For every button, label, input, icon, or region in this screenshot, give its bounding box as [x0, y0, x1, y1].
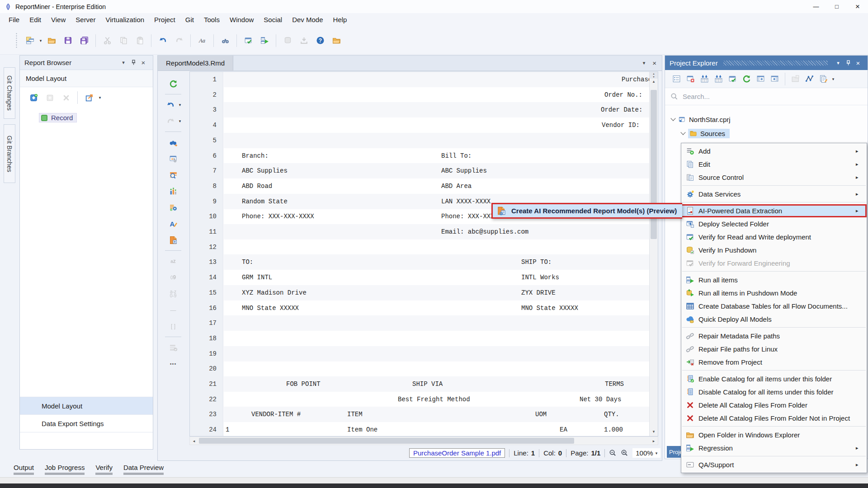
bottom-tab-data-preview[interactable]: Data Preview	[123, 462, 164, 475]
help-button[interactable]: ?	[313, 33, 327, 48]
menu-edit[interactable]: Edit	[24, 13, 46, 27]
search-box[interactable]: Search...	[665, 88, 868, 105]
panel-menu-icon[interactable]: ▾	[118, 60, 128, 66]
document-line[interactable]: GRM INTLINTL Works	[224, 270, 649, 285]
dropdown-caret-icon[interactable]: ▾	[97, 95, 103, 100]
menu-file[interactable]: File	[4, 13, 24, 27]
panel-right-button[interactable]	[768, 72, 781, 85]
scroll-down-icon[interactable]: ▾	[650, 429, 658, 436]
properties-button[interactable]	[670, 72, 683, 85]
tree-item-project[interactable]: NorthStar.cprj	[665, 113, 868, 126]
ai-recommended-model-flyout[interactable]: Create AI Recommended Report Model(s) (P…	[491, 203, 682, 219]
export-button[interactable]	[82, 90, 96, 105]
run-button[interactable]	[257, 33, 272, 48]
dropdown-caret-icon[interactable]: ▾	[177, 103, 183, 107]
document-line[interactable]: XYZ Madison DriveZYX DRIVE	[224, 285, 649, 300]
scroll-right-icon[interactable]: ▸	[651, 437, 657, 445]
close-icon[interactable]: ×	[853, 59, 863, 67]
menu-help[interactable]: Help	[328, 13, 352, 27]
maximize-button[interactable]: □	[826, 0, 847, 13]
document-line[interactable]: TO:SHIP TO:	[224, 254, 649, 270]
chevron-down-icon[interactable]	[670, 116, 675, 121]
chevron-down-icon[interactable]	[680, 130, 685, 135]
menu-virtualization[interactable]: Virtualization	[100, 13, 149, 27]
save-button[interactable]	[61, 33, 75, 48]
pin-icon[interactable]	[128, 59, 138, 66]
report-text-content[interactable]: PurchaseOrder No.:Order Date:Vendor ID:B…	[224, 72, 649, 436]
stats-button[interactable]	[166, 184, 180, 198]
tree-item-record[interactable]: Record	[20, 112, 153, 124]
menu-item-delete-all-catalog-files-from-folder-not-in-project[interactable]: Delete All Catalog Files From Folder Not…	[681, 412, 867, 425]
menu-server[interactable]: Server	[71, 13, 100, 27]
report-editor[interactable]: 123456789101112131415161718192021222324 …	[189, 71, 658, 436]
font-edit-button[interactable]: A	[166, 217, 180, 230]
document-line[interactable]: ABC SuppliesABC Supplies	[224, 163, 649, 178]
tab-reportmodel3[interactable]: ReportModel3.Rmd	[158, 56, 233, 70]
document-line[interactable]: ABD RoadABD Area	[224, 178, 649, 194]
horizontal-scrollbar[interactable]: ◂ ▸	[189, 436, 658, 445]
tab-close-icon[interactable]: ×	[652, 59, 656, 67]
menu-item-delete-all-catalog-files-from-folder[interactable]: Delete All Catalog Files From Folder	[681, 399, 867, 412]
add-cols-button[interactable]	[698, 72, 711, 85]
splitter-handle[interactable]: ▴▾	[650, 72, 658, 79]
zoom-in-icon[interactable]	[621, 449, 628, 457]
menu-dev-mode[interactable]: Dev Mode	[287, 13, 328, 27]
menu-item-enable-catalog-for-all-items-under-this-folder[interactable]: Enable Catalog for all items under this …	[681, 372, 867, 385]
menu-social[interactable]: Social	[259, 13, 287, 27]
menu-item-verify-for-read-and-write-deployment[interactable]: Verify for Read and Write deployment	[681, 230, 867, 244]
vertical-scrollbar[interactable]: ▴▾ ▴ ▾	[649, 72, 658, 436]
bottom-tab-verify[interactable]: Verify	[95, 462, 113, 475]
document-line[interactable]: VENDOR-ITEM #ITEMUOMQTY.	[224, 407, 649, 422]
menu-item-run-all-items-in-pushdown-mode[interactable]: Run all items in Pushdown Mode	[681, 286, 867, 300]
menu-item-qa-support[interactable]: QA/Support▸	[681, 458, 867, 471]
document-line[interactable]	[224, 315, 649, 331]
more-button[interactable]: •••	[166, 357, 180, 371]
scroll-up-icon[interactable]: ▴	[650, 79, 658, 86]
find-next-button[interactable]	[166, 136, 180, 149]
rb-tab-data-export-settings[interactable]: Data Export Settings	[20, 414, 153, 432]
document-line[interactable]: Order Date:	[224, 102, 649, 117]
document-line[interactable]	[224, 239, 649, 255]
save-all-button[interactable]	[77, 33, 91, 48]
document-line[interactable]: FOB POINTSHIP VIATERMS	[224, 376, 649, 392]
menu-git[interactable]: Git	[180, 13, 199, 27]
zoom-level-dropdown[interactable]: 100%▾	[632, 448, 660, 458]
zoom-out-icon[interactable]	[609, 449, 617, 457]
ai-doc-button[interactable]	[166, 233, 180, 247]
refresh-button[interactable]	[166, 77, 180, 90]
undo-button[interactable]	[156, 33, 170, 48]
bottom-tab-job-progress[interactable]: Job Progress	[45, 462, 85, 475]
menu-item-repair-file-paths-for-linux[interactable]: Repair File paths for Linux	[681, 343, 867, 356]
panel-left-button[interactable]	[754, 72, 767, 85]
dropdown-caret-icon[interactable]: ▾	[830, 77, 836, 81]
menu-tools[interactable]: Tools	[199, 13, 225, 27]
panel-menu-icon[interactable]: ▾	[833, 60, 843, 66]
document-line[interactable]: 1Item OneEA1.000	[224, 422, 649, 436]
document-line[interactable]: Purchase	[224, 72, 649, 87]
document-line[interactable]: Branch:Bill To:	[224, 148, 649, 164]
pin-icon[interactable]	[843, 60, 853, 66]
menu-item-open-folder-in-windows-explorer[interactable]: Open Folder in Windows Explorer	[681, 428, 867, 441]
find-button[interactable]	[218, 33, 232, 48]
menu-project[interactable]: Project	[149, 13, 180, 27]
tree-item-sources[interactable]: Sources	[665, 127, 868, 140]
add-cols-button[interactable]	[712, 72, 725, 85]
menu-item-repair-metadata-file-paths[interactable]: Repair Metadata File paths	[681, 329, 867, 343]
verify-button[interactable]	[241, 33, 255, 48]
font-button[interactable]: Aa	[195, 33, 209, 48]
document-line[interactable]: Email: abc@supplies.com	[224, 224, 649, 239]
menu-item-quick-deploy-all-models[interactable]: Quick Deploy All Models	[681, 313, 867, 326]
close-button[interactable]: ×	[847, 0, 868, 13]
bottom-tab-output[interactable]: Output	[14, 462, 34, 475]
document-line[interactable]: Order No.:	[224, 87, 649, 103]
menu-item-edit[interactable]: Edit▸	[681, 158, 867, 171]
toolbar-grip[interactable]	[15, 33, 18, 49]
menu-item-run-all-items[interactable]: Run all items	[681, 273, 867, 286]
new-model-button[interactable]	[23, 33, 37, 48]
preview-button[interactable]	[166, 168, 180, 182]
source-file-name[interactable]: PurchaseOrder Sample 1.pdf	[409, 448, 505, 458]
docs-edit-button[interactable]	[817, 72, 830, 85]
menu-item-source-control[interactable]: Source Control▸	[681, 171, 867, 184]
auto-gear-button[interactable]	[166, 201, 180, 214]
menu-item-data-services[interactable]: Data Services▸	[681, 188, 867, 201]
